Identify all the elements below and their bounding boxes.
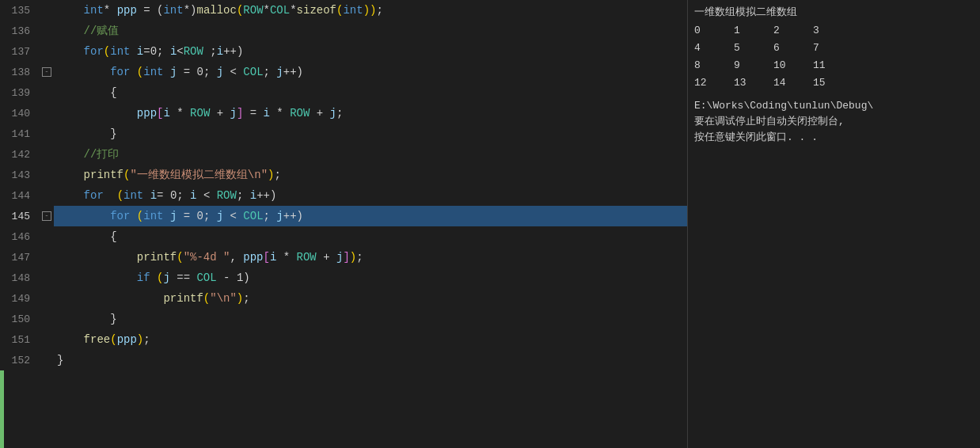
code-line-145: 145 - for (int j = 0; j < COL; j++): [0, 206, 687, 226]
code-content-145: for (int j = 0; j < COL; j++): [54, 206, 687, 226]
line-number-146: 146: [0, 226, 40, 247]
code-line-144: 144 for (int i= 0; i < ROW; i++): [0, 185, 687, 206]
line-number-152: 152: [0, 350, 40, 370]
gutter-149: [40, 288, 54, 309]
code-line-139: 139 {: [0, 82, 687, 103]
code-content-152: }: [54, 350, 687, 370]
output-cell-3-1: 13: [734, 74, 773, 92]
gutter-142: [40, 144, 54, 165]
code-line-147: 147 printf("%-4d ", ppp[i * ROW + j]);: [0, 247, 687, 268]
line-number-136: 136: [0, 21, 40, 41]
output-cell-2-0: 8: [694, 57, 734, 74]
output-cell-0-0: 0: [694, 22, 734, 40]
code-line-137: 137 for(int i=0; i<ROW ;i++): [0, 41, 687, 62]
code-content-149: printf("\n");: [54, 288, 687, 309]
output-cell-3-0: 12: [694, 74, 734, 92]
code-line-151: 151 free(ppp);: [0, 329, 687, 350]
gutter-140: [40, 103, 54, 123]
editor-area: 135 int* ppp = (int*)malloc(ROW*COL*size…: [0, 0, 687, 448]
gutter-150: [40, 309, 54, 329]
gutter-139: [40, 82, 54, 103]
gutter-147: [40, 247, 54, 268]
gutter-146: [40, 226, 54, 247]
output-cell-2-2: 10: [773, 57, 813, 74]
output-cell-1-2: 6: [773, 40, 813, 57]
code-line-150: 150 }: [0, 309, 687, 329]
output-row-1: 4 5 6 7: [694, 40, 974, 57]
code-content-151: free(ppp);: [54, 329, 687, 350]
code-content-146: {: [54, 226, 687, 247]
output-cell-3-3: 15: [813, 74, 853, 92]
code-content-135: int* ppp = (int*)malloc(ROW*COL*sizeof(i…: [54, 0, 687, 21]
output-cell-0-2: 2: [773, 22, 813, 40]
code-content-139: {: [54, 82, 687, 103]
code-content-142: //打印: [54, 144, 687, 165]
code-line-149: 149 printf("\n");: [0, 288, 687, 309]
line-number-145: 145: [0, 206, 40, 226]
collapse-marker-138[interactable]: -: [42, 67, 51, 77]
line-number-147: 147: [0, 247, 40, 268]
line-number-137: 137: [0, 41, 40, 62]
output-row-3: 12 13 14 15: [694, 74, 974, 92]
gutter-135: [40, 0, 54, 21]
code-line-143: 143 printf("一维数组模拟二维数组\n");: [0, 165, 687, 185]
collapse-marker-145[interactable]: -: [42, 211, 51, 221]
line-number-149: 149: [0, 288, 40, 309]
code-content-148: if (j == COL - 1): [54, 268, 687, 288]
code-container: 135 int* ppp = (int*)malloc(ROW*COL*size…: [0, 0, 687, 448]
line-number-151: 151: [0, 329, 40, 350]
gutter-137: [40, 41, 54, 62]
output-cell-1-1: 5: [734, 40, 773, 57]
line-number-139: 139: [0, 82, 40, 103]
code-content-150: }: [54, 309, 687, 329]
line-number-144: 144: [0, 185, 40, 206]
output-cell-1-0: 4: [694, 40, 734, 57]
code-content-147: printf("%-4d ", ppp[i * ROW + j]);: [54, 247, 687, 268]
output-cell-2-3: 11: [813, 57, 853, 74]
output-cell-2-1: 9: [734, 57, 773, 74]
code-content-137: for(int i=0; i<ROW ;i++): [54, 41, 687, 62]
code-line-148: 148 if (j == COL - 1): [0, 268, 687, 288]
output-row-0: 0 1 2 3: [694, 22, 974, 40]
line-number-143: 143: [0, 165, 40, 185]
code-content-141: }: [54, 123, 687, 144]
line-number-138: 138: [0, 62, 40, 82]
code-content-138: for (int j = 0; j < COL; j++): [54, 62, 687, 82]
output-panel: 一维数组模拟二维数组 0 1 2 3 4 5 6 7 8 9 10 11 12 …: [687, 0, 980, 448]
code-line-146: 146 {: [0, 226, 687, 247]
line-number-148: 148: [0, 268, 40, 288]
output-path-line2: 要在调试停止时自动关闭控制台,: [694, 114, 974, 130]
gutter-152: [40, 350, 54, 370]
code-content-144: for (int i= 0; i < ROW; i++): [54, 185, 687, 206]
code-line-141: 141 }: [0, 123, 687, 144]
line-number-135: 135: [0, 0, 40, 21]
output-table: 0 1 2 3 4 5 6 7 8 9 10 11 12 13 14 15: [694, 22, 974, 92]
output-path: E:\Works\Coding\tunlun\Debug\ 要在调试停止时自动关…: [694, 98, 974, 146]
code-line-138: 138 - for (int j = 0; j < COL; j++): [0, 62, 687, 82]
code-content-143: printf("一维数组模拟二维数组\n");: [54, 165, 687, 185]
gutter-151: [40, 329, 54, 350]
code-line-140: 140 ppp[i * ROW + j] = i * ROW + j;: [0, 103, 687, 123]
output-cell-1-3: 7: [813, 40, 853, 57]
output-path-line1: E:\Works\Coding\tunlun\Debug\: [694, 98, 974, 114]
code-line-135: 135 int* ppp = (int*)malloc(ROW*COL*size…: [0, 0, 687, 21]
output-cell-3-2: 14: [773, 74, 813, 92]
gutter-138: -: [40, 62, 54, 82]
output-cell-0-1: 1: [734, 22, 773, 40]
code-line-142: 142 //打印: [0, 144, 687, 165]
line-number-141: 141: [0, 123, 40, 144]
gutter-145: -: [40, 206, 54, 226]
gutter-148: [40, 268, 54, 288]
code-content-136: //赋值: [54, 21, 687, 41]
gutter-144: [40, 185, 54, 206]
output-path-line3: 按任意键关闭此窗口. . .: [694, 130, 974, 146]
output-title: 一维数组模拟二维数组: [694, 3, 974, 21]
line-number-140: 140: [0, 103, 40, 123]
output-row-2: 8 9 10 11: [694, 57, 974, 74]
output-cell-0-3: 3: [813, 22, 853, 40]
gutter-136: [40, 21, 54, 41]
line-number-142: 142: [0, 144, 40, 165]
code-line-136: 136 //赋值: [0, 21, 687, 41]
code-content-140: ppp[i * ROW + j] = i * ROW + j;: [54, 103, 687, 123]
line-number-150: 150: [0, 309, 40, 329]
